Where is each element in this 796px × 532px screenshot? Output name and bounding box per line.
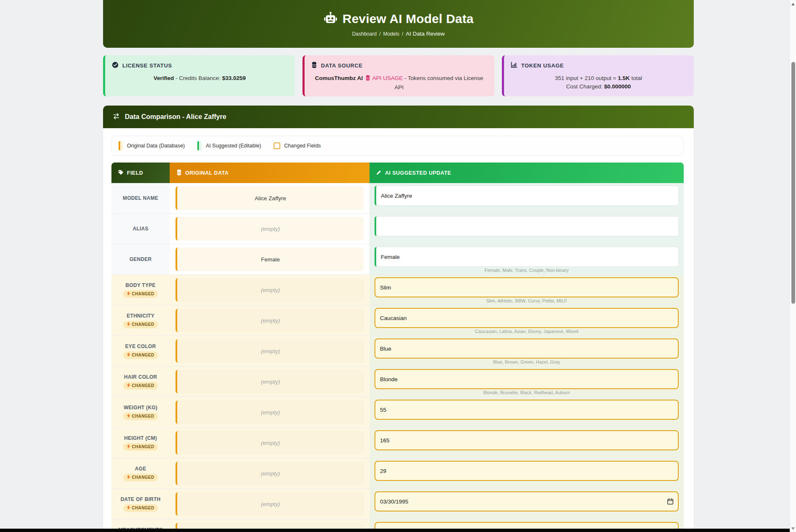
data-source-card: DATA SOURCE ComusThumbz AI API USAGE - T… [302, 55, 494, 96]
field-label: GENDER [129, 256, 152, 262]
source-card-body: ComusThumbz AI API USAGE - Tokens consum… [311, 74, 487, 91]
comparison-header: Data Comparison - Alice Zaffyre [103, 106, 694, 128]
lightning-bolt-icon [127, 352, 130, 358]
original-value-box: (empty) [176, 278, 364, 302]
changed-badge-label: CHANGED [132, 292, 154, 296]
ai-options-hint: Blue, Brown, Green, Hazel, Gray [375, 359, 679, 366]
changed-badge: CHANGED [123, 443, 158, 451]
ai-suggested-input[interactable] [375, 339, 678, 358]
original-cell: (empty) [170, 397, 370, 427]
ai-input-wrap [375, 308, 679, 328]
field-cell: BODY TYPE CHANGED [111, 275, 170, 305]
original-cell: (empty) [170, 367, 370, 397]
field-label: ETHNICITY [127, 313, 154, 319]
ai-cell [370, 397, 684, 427]
changed-badge: CHANGED [123, 474, 158, 481]
column-header-original: ORIGINAL DATA [170, 163, 370, 183]
ai-cell: Slim, Athletic, BBW, Curvy, Petite, MILF [370, 275, 684, 305]
changed-badge: CHANGED [123, 351, 158, 359]
page-header: Review AI Model Data Dashboard / Models … [103, 0, 694, 48]
vertical-scrollbar[interactable] [790, 0, 796, 532]
scrollbar-thumb[interactable] [791, 62, 795, 304]
field-label: EYE COLOR [125, 343, 156, 349]
bar-chart-icon [511, 62, 517, 70]
ai-options-hint: Blonde, Brunette, Black, Redhead, Auburn [375, 390, 679, 397]
page-container: Review AI Model Data Dashboard / Models … [103, 0, 694, 532]
changed-badge-label: CHANGED [132, 414, 154, 418]
calendar-icon[interactable] [667, 498, 674, 505]
ai-suggested-input[interactable] [375, 492, 678, 511]
ai-input-wrap [375, 277, 679, 297]
scroll-up-arrow-icon[interactable] [791, 3, 795, 5]
cost-charged-value: $0.000000 [604, 83, 631, 90]
ai-options-hint: Slim, Athletic, BBW, Curvy, Petite, MILF [375, 298, 679, 305]
database-icon [365, 75, 370, 83]
token-total-suffix: total [631, 75, 642, 81]
check-circle-icon [112, 62, 119, 70]
ai-suggested-input[interactable] [375, 370, 678, 388]
ai-suggested-input[interactable] [375, 400, 678, 419]
table-row: MODEL NAME CHANGED Alice Zaffyre [111, 183, 684, 214]
table-row: GENDER CHANGED Female [111, 244, 684, 275]
original-cell: Alice Zaffyre [170, 183, 370, 213]
changed-badge: CHANGED [123, 382, 158, 390]
column-title: ORIGINAL DATA [185, 170, 229, 176]
ai-cell [370, 214, 684, 244]
ai-suggested-input[interactable] [376, 217, 678, 236]
ai-suggested-input[interactable] [375, 278, 678, 297]
changed-badge-label: CHANGED [132, 353, 154, 357]
ai-cell: Blonde, Brunette, Black, Redhead, Auburn [370, 367, 684, 397]
field-cell: DATE OF BIRTH CHANGED [111, 489, 170, 519]
breadcrumb-link-dashboard[interactable]: Dashboard [352, 31, 377, 37]
ai-input-wrap [375, 216, 679, 236]
breadcrumb-link-models[interactable]: Models [383, 31, 399, 37]
column-title: AI SUGGESTED UPDATE [385, 170, 451, 176]
scroll-down-arrow-icon[interactable] [791, 527, 795, 530]
credits-balance-label: Credits Balance: [179, 75, 220, 81]
table-row: EYE COLOR CHANGED (empty) [111, 336, 684, 367]
ai-suggested-input[interactable] [375, 309, 678, 327]
field-cell: HEIGHT (CM) CHANGED [111, 428, 170, 458]
token-usage-card: TOKEN USAGE 351 input + 210 output = 1.5… [502, 55, 694, 96]
robot-icon [323, 11, 338, 26]
legend-label: AI Suggested (Editable) [206, 143, 261, 149]
ai-suggested-input[interactable] [376, 247, 678, 266]
ai-suggested-input[interactable] [375, 462, 678, 480]
field-label: BODY TYPE [126, 282, 156, 288]
field-cell: ALIAS CHANGED [111, 214, 170, 244]
ai-input-wrap [375, 430, 679, 450]
field-label: MODEL NAME [123, 195, 158, 201]
pencil-icon [376, 170, 382, 176]
field-label: DATE OF BIRTH [121, 496, 161, 502]
field-cell: MODEL NAME CHANGED [111, 183, 170, 213]
legend: Original Data (Database) AI Suggested (E… [111, 136, 684, 156]
swap-arrows-icon [112, 113, 120, 121]
ai-options-hint [375, 420, 679, 427]
ai-suggested-input[interactable] [376, 186, 678, 205]
source-card-title: DATA SOURCE [321, 62, 363, 69]
changed-badge: CHANGED [123, 504, 158, 512]
ai-cell: Female, Male, Trans, Couple, Non-binary [370, 244, 684, 274]
token-total: 1.5K [618, 75, 630, 81]
original-cell: (empty) [170, 336, 370, 366]
ai-input-wrap [375, 400, 679, 420]
original-value-box: Female [176, 248, 364, 271]
original-value-box: (empty) [176, 492, 364, 516]
ai-input-wrap [375, 247, 679, 267]
license-status-value: Verified [154, 75, 174, 81]
ai-suggested-input[interactable] [375, 431, 678, 449]
original-cell: (empty) [170, 458, 370, 488]
comparison-title: Data Comparison - Alice Zaffyre [125, 113, 226, 121]
lightning-bolt-icon [127, 383, 130, 388]
original-cell: (empty) [170, 428, 370, 458]
field-label: AGE [135, 466, 146, 472]
field-cell: WEIGHT (KG) CHANGED [111, 397, 170, 427]
table-row: BODY TYPE CHANGED (empty) [111, 275, 684, 305]
ai-options-hint [375, 237, 679, 244]
license-card-body: Verified - Credits Balance: $33.0259 [112, 74, 287, 83]
table-row: HEIGHT (CM) CHANGED (empty) [111, 428, 684, 458]
ai-options-hint [375, 206, 679, 213]
ai-cell [370, 183, 684, 213]
original-value-box: (empty) [176, 309, 364, 332]
ai-swatch [197, 141, 202, 150]
